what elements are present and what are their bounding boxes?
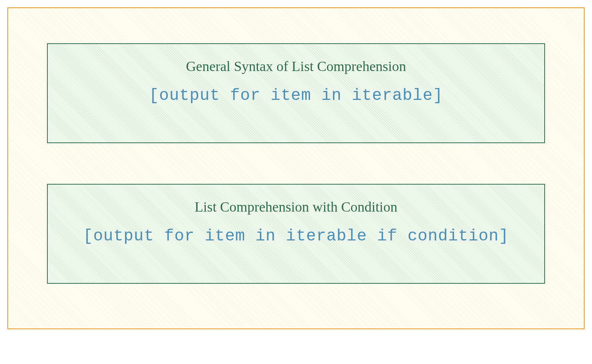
box-title: List Comprehension with Condition — [195, 199, 397, 215]
box-code: [output for item in iterable if conditio… — [83, 227, 509, 245]
box-title: General Syntax of List Comprehension — [186, 58, 406, 74]
box-code: [output for item in iterable] — [149, 86, 443, 105]
diagram-container: General Syntax of List Comprehension [ou… — [7, 7, 585, 329]
syntax-box-general: General Syntax of List Comprehension [ou… — [47, 43, 545, 143]
syntax-box-condition: List Comprehension with Condition [outpu… — [47, 184, 545, 284]
